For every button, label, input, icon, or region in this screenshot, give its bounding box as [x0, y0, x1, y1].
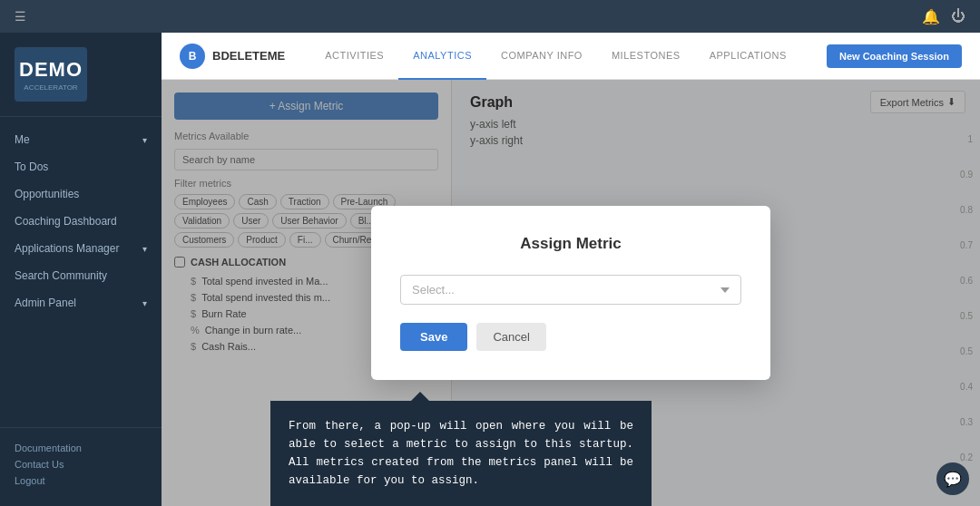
- tooltip-arrow: [411, 392, 429, 401]
- top-bar-left: ☰: [15, 9, 26, 24]
- sidebar-logo: DEMO ACCELERATOR: [0, 33, 162, 117]
- logout-link[interactable]: Logout: [15, 475, 147, 486]
- hamburger-icon[interactable]: ☰: [15, 9, 26, 24]
- company-avatar: B: [180, 44, 205, 69]
- bell-icon[interactable]: 🔔: [922, 8, 940, 25]
- documentation-link[interactable]: Documentation: [15, 443, 147, 453]
- metric-select[interactable]: Select...: [400, 275, 741, 305]
- power-icon[interactable]: ⏻: [951, 8, 965, 24]
- sidebar-item-admin-label: Admin Panel: [15, 297, 76, 309]
- chevron-icon: ▾: [142, 135, 147, 145]
- main-area: DEMO ACCELERATOR Me ▾ To Dos Opportuniti…: [0, 33, 980, 506]
- sidebar: DEMO ACCELERATOR Me ▾ To Dos Opportuniti…: [0, 33, 162, 506]
- sub-content: + Assign Metric Metrics Available Filter…: [162, 80, 980, 506]
- app-container: ☰ 🔔 ⏻ DEMO ACCELERATOR Me ▾: [0, 0, 980, 506]
- sidebar-item-search-community[interactable]: Search Community: [0, 262, 162, 289]
- logo-sub: ACCELERATOR: [19, 83, 83, 92]
- sidebar-item-search-label: Search Community: [15, 269, 107, 282]
- sidebar-item-applications-label: Applications Manager: [15, 242, 119, 255]
- sidebar-item-coaching-label: Coaching Dashboard: [15, 215, 117, 228]
- sidebar-item-todos[interactable]: To Dos: [0, 153, 162, 180]
- tab-applications[interactable]: APPLICATIONS: [695, 33, 801, 80]
- sidebar-item-opportunities-label: Opportunities: [15, 188, 79, 200]
- tooltip-box: From there, a pop-up will open where you…: [270, 401, 652, 506]
- chat-icon[interactable]: 💬: [936, 462, 969, 495]
- modal-actions: Save Cancel: [400, 323, 741, 351]
- modal-cancel-button[interactable]: Cancel: [476, 323, 545, 351]
- top-bar-right: 🔔 ⏻: [922, 8, 965, 25]
- contact-link[interactable]: Contact Us: [15, 459, 147, 470]
- company-name: BDELETEME: [212, 49, 285, 63]
- sidebar-item-applications-manager[interactable]: Applications Manager ▾: [0, 235, 162, 262]
- sidebar-item-me-label: Me: [15, 133, 30, 146]
- sidebar-item-admin-panel[interactable]: Admin Panel ▾: [0, 289, 162, 316]
- header-tabs: ACTIVITIES ANALYTICS COMPANY INFO MILEST…: [310, 33, 801, 80]
- chevron-icon-3: ▾: [142, 298, 147, 308]
- sidebar-item-todos-label: To Dos: [15, 161, 48, 173]
- tab-company-info[interactable]: COMPANY INFO: [486, 33, 597, 80]
- tab-milestones[interactable]: MILESTONES: [597, 33, 695, 80]
- tooltip-text: From there, a pop-up will open where you…: [289, 417, 633, 490]
- top-bar: ☰ 🔔 ⏻: [0, 0, 980, 33]
- sidebar-item-opportunities[interactable]: Opportunities: [0, 180, 162, 208]
- new-coaching-session-button[interactable]: New Coaching Session: [827, 44, 962, 68]
- sidebar-nav: Me ▾ To Dos Opportunities Coaching Dashb…: [0, 117, 162, 427]
- company-name-area: B BDELETEME: [180, 44, 285, 69]
- chevron-icon-2: ▾: [142, 244, 147, 254]
- tab-analytics[interactable]: ANALYTICS: [398, 33, 486, 80]
- modal-title: Assign Metric: [400, 235, 741, 253]
- tab-activities[interactable]: ACTIVITIES: [310, 33, 398, 80]
- sidebar-item-coaching-dashboard[interactable]: Coaching Dashboard: [0, 208, 162, 235]
- content-header: B BDELETEME ACTIVITIES ANALYTICS COMPANY…: [162, 33, 980, 80]
- logo-text: DEMO: [19, 58, 83, 82]
- assign-metric-modal: Assign Metric Select... Save Cancel: [371, 206, 770, 380]
- logo-box: DEMO ACCELERATOR: [15, 47, 87, 102]
- sidebar-item-me[interactable]: Me ▾: [0, 126, 162, 153]
- modal-save-button[interactable]: Save: [400, 323, 467, 351]
- content: B BDELETEME ACTIVITIES ANALYTICS COMPANY…: [162, 33, 980, 506]
- sidebar-footer: Documentation Contact Us Logout: [0, 427, 162, 506]
